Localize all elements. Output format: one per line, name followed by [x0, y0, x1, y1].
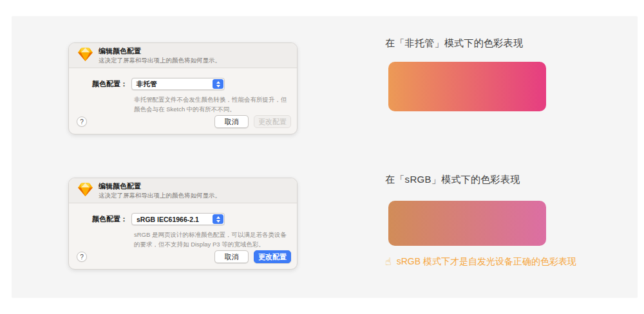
dialog-header: 编辑颜色配置 这决定了屏幕和导出项上的颜色将如何显示。: [69, 43, 297, 68]
chevron-down-icon: [216, 85, 220, 88]
profile-description: 非托管配置文件不会发生颜色转换，性能会有所提升，但颜色会与在 Sketch 中的…: [134, 95, 290, 114]
dialog-subtitle: 这决定了屏幕和导出项上的颜色将如何显示。: [99, 192, 221, 200]
chevron-down-icon: [216, 220, 220, 223]
color-profile-dropdown[interactable]: sRGB IEC61966-2.1: [131, 213, 225, 225]
dialog-title: 编辑颜色配置: [99, 46, 221, 56]
pointing-up-icon: ☝: [385, 257, 392, 267]
color-profile-dialog-srgb: 编辑颜色配置 这决定了屏幕和导出项上的颜色将如何显示。 颜色配置： sRGB I…: [68, 178, 298, 270]
srgb-gradient-swatch: [388, 201, 546, 246]
dialog-buttons: 取消 更改配置: [214, 115, 291, 128]
dialog-header: 编辑颜色配置 这决定了屏幕和导出项上的颜色将如何显示。: [69, 178, 297, 203]
sketch-diamond-icon: [78, 183, 93, 199]
dialog-title-block: 编辑颜色配置 这决定了屏幕和导出项上的颜色将如何显示。: [99, 181, 221, 200]
dialog-title: 编辑颜色配置: [99, 181, 221, 191]
dialog-buttons: 取消 更改配置: [214, 250, 291, 263]
dropdown-selected-value: 非托管: [132, 80, 157, 89]
dialog-title-block: 编辑颜色配置 这决定了屏幕和导出项上的颜色将如何显示。: [99, 46, 221, 65]
dropdown-stepper-icon: [213, 214, 223, 224]
chevron-up-icon: [216, 216, 220, 219]
change-profile-button[interactable]: 更改配置: [254, 250, 291, 263]
srgb-note-text: sRGB 模式下才是自发光设备正确的色彩表现: [397, 256, 576, 268]
color-profile-label: 颜色配置：: [69, 214, 131, 224]
dialog-body: 颜色配置： sRGB IEC61966-2.1 sRGB 是网页设计的标准颜色配…: [69, 203, 297, 269]
cancel-button[interactable]: 取消: [214, 115, 249, 128]
dropdown-stepper-icon: [213, 79, 223, 89]
srgb-preview-heading: 在「sRGB」模式下的色彩表现: [385, 174, 520, 186]
change-profile-button: 更改配置: [254, 115, 291, 128]
srgb-note: ☝ sRGB 模式下才是自发光设备正确的色彩表现: [385, 256, 576, 268]
chevron-up-icon: [216, 81, 220, 84]
help-button[interactable]: ?: [77, 252, 87, 262]
dropdown-selected-value: sRGB IEC61966-2.1: [132, 216, 199, 223]
screenshot-root: 编辑颜色配置 这决定了屏幕和导出项上的颜色将如何显示。 颜色配置： 非托管 非托…: [0, 0, 644, 314]
help-button[interactable]: ?: [77, 116, 87, 127]
color-profile-dropdown[interactable]: 非托管: [131, 78, 225, 90]
color-profile-field-row: 颜色配置： sRGB IEC61966-2.1: [69, 213, 297, 225]
dialog-subtitle: 这决定了屏幕和导出项上的颜色将如何显示。: [99, 57, 221, 65]
profile-description: sRGB 是网页设计的标准颜色配置，可以满足若各类设备的要求，但不支持如 Dis…: [134, 230, 290, 249]
color-profile-dialog-unmanaged: 编辑颜色配置 这决定了屏幕和导出项上的颜色将如何显示。 颜色配置： 非托管 非托…: [68, 42, 298, 134]
unmanaged-gradient-swatch: [388, 62, 546, 111]
unmanaged-preview-heading: 在「非托管」模式下的色彩表现: [385, 37, 523, 50]
sketch-diamond-icon: [78, 48, 93, 64]
color-profile-field-row: 颜色配置： 非托管: [69, 78, 297, 90]
color-profile-label: 颜色配置：: [69, 79, 131, 89]
cancel-button[interactable]: 取消: [214, 250, 249, 263]
dialog-body: 颜色配置： 非托管 非托管配置文件不会发生颜色转换，性能会有所提升，但颜色会与在…: [69, 68, 297, 134]
